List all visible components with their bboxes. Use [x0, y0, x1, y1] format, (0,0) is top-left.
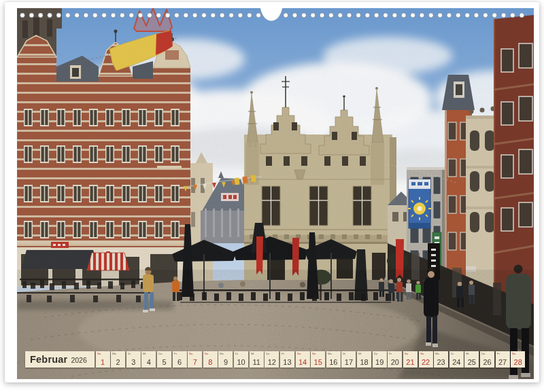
binding-hole [211, 13, 216, 18]
binding-hole [120, 13, 124, 18]
weekday-label: Do [481, 352, 486, 355]
day-cell-8: So8 [203, 351, 218, 368]
day-number: 15 [311, 358, 325, 366]
day-number: 12 [265, 358, 279, 366]
day-number: 14 [296, 358, 310, 366]
binding-hole [129, 13, 134, 18]
binding-hole [175, 13, 180, 18]
day-number: 2 [111, 358, 125, 366]
binding-hole [38, 13, 43, 18]
weekday-label: Mo [112, 352, 116, 355]
day-cell-5: Do5 [157, 351, 171, 368]
day-number: 22 [419, 358, 433, 366]
binding-hole [238, 13, 243, 18]
day-number: 27 [496, 358, 510, 366]
day-cell-6: Fr6 [173, 351, 187, 368]
day-cell-24: Di24 [449, 351, 464, 368]
weekday-label: Do [158, 352, 163, 355]
weekday-label: Fr [389, 352, 392, 355]
day-number: 20 [388, 358, 402, 366]
weekday-label: Mo [220, 352, 224, 355]
day-number: 8 [203, 358, 218, 366]
binding-hole [84, 13, 88, 18]
binding-hole [48, 13, 52, 18]
binding-hole [92, 13, 97, 18]
weekday-label: Mo [328, 352, 332, 355]
binding-hole [56, 13, 61, 18]
day-cell-28: Sa28 [511, 351, 525, 368]
weekday-label: Sa [405, 352, 408, 355]
weekday-label: Fr [497, 352, 500, 355]
photo-area: Februar 2026 So1Mo2Di3Mi4Do5Fr6Sa7So8Mo9… [17, 8, 534, 379]
day-cell-15: So15 [311, 351, 325, 368]
day-cell-12: Do12 [265, 351, 279, 368]
weekday-label: So [312, 352, 316, 355]
weekday-label: Do [374, 352, 378, 355]
binding-hole [411, 13, 415, 18]
binding-hole [256, 13, 261, 18]
mechelen-square-photo [17, 8, 534, 379]
binding-hole [401, 13, 406, 18]
day-cell-3: Di3 [126, 351, 141, 368]
binding-hole [156, 13, 161, 18]
day-number: 10 [234, 358, 248, 366]
day-number: 18 [357, 358, 371, 366]
binding-hole [138, 13, 143, 18]
binding-hole [492, 13, 497, 18]
weekday-label: Di [128, 352, 131, 355]
binding-hole [365, 13, 370, 18]
weekday-label: Sa [297, 352, 301, 355]
day-cell-11: Mi11 [250, 351, 264, 368]
binding-hole [384, 13, 388, 18]
day-number: 21 [403, 358, 418, 366]
weekday-label: Sa [512, 352, 515, 355]
binding-hole [320, 13, 324, 18]
day-cell-7: Sa7 [188, 351, 202, 368]
binding-hole [20, 13, 25, 18]
day-number: 24 [449, 358, 464, 366]
day-number: 17 [341, 358, 356, 366]
binding-hole [474, 13, 479, 18]
month-label: Februar 2026 [25, 351, 95, 368]
day-cell-9: Mo9 [218, 351, 233, 368]
binding-hole [392, 13, 397, 18]
weekday-label: Mi [143, 352, 146, 355]
binding-hole [511, 13, 515, 18]
binding-hole [438, 13, 443, 18]
calendar-sheet: Februar 2026 So1Mo2Di3Mi4Do5Fr6Sa7So8Mo9… [5, 2, 539, 382]
weekday-label: Di [235, 352, 238, 355]
day-cell-17: Di17 [341, 351, 356, 368]
weekday-label: Sa [189, 352, 192, 355]
day-cell-21: Sa21 [403, 351, 418, 368]
binding-hole [102, 13, 107, 18]
day-cell-2: Mo2 [111, 351, 125, 368]
weekday-label: Di [451, 352, 454, 355]
weekday-label: Do [266, 352, 270, 355]
day-cell-10: Di10 [234, 351, 248, 368]
month-name: Februar [30, 351, 67, 368]
binding-hole [229, 13, 234, 18]
binding-hole [347, 13, 352, 18]
day-cell-1: So1 [96, 351, 110, 368]
day-cell-19: Do19 [373, 351, 387, 368]
binding-hole [483, 13, 488, 18]
binding-hole [75, 13, 80, 18]
weekday-label: Fr [174, 352, 177, 355]
day-cell-22: So22 [419, 351, 433, 368]
weekday-label: So [205, 352, 208, 355]
binding-hole [501, 13, 506, 18]
weekday-label: So [420, 352, 424, 355]
weekday-label: Mi [358, 352, 362, 355]
day-number: 9 [218, 358, 233, 366]
day-cell-18: Mi18 [357, 351, 371, 368]
binding-hole [374, 13, 379, 18]
day-cell-27: Fr27 [496, 351, 510, 368]
day-cell-4: Mi4 [141, 351, 156, 368]
binding-hole [302, 13, 307, 18]
date-strip: Februar 2026 So1Mo2Di3Mi4Do5Fr6Sa7So8Mo9… [17, 351, 534, 372]
binding-hole [29, 13, 34, 18]
day-number: 23 [434, 358, 448, 366]
day-number: 3 [126, 358, 141, 366]
binding-hole [192, 13, 197, 18]
day-number: 7 [188, 358, 202, 366]
